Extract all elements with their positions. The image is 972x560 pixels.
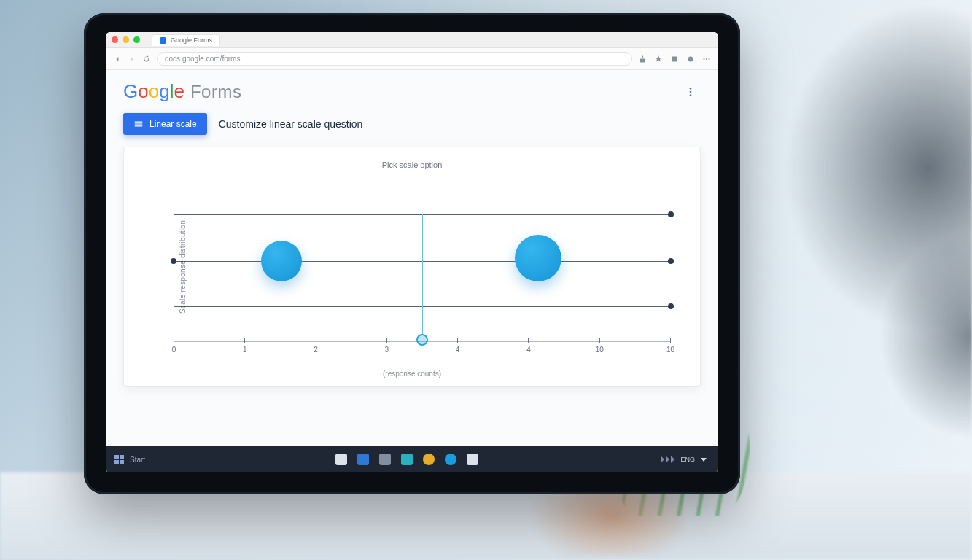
system-tray[interactable]: ENG: [661, 456, 712, 463]
chart-plot: [174, 190, 671, 335]
svg-point-7: [690, 94, 692, 96]
browser-tab[interactable]: Google Forms: [152, 34, 220, 46]
taskbar[interactable]: Start ENG: [106, 446, 718, 472]
taskbar-app-icon[interactable]: [335, 454, 347, 465]
linear-scale-button[interactable]: Linear scale: [123, 113, 207, 135]
axis-endpoint-icon: [668, 211, 674, 217]
tick: 3: [386, 338, 387, 343]
taskbar-app-icon[interactable]: [357, 454, 369, 465]
svg-point-4: [709, 58, 710, 60]
app-logo: Google Forms: [123, 80, 241, 103]
taskbar-separator: [489, 453, 489, 466]
tick-label: 4: [526, 346, 531, 354]
taskbar-app-icon[interactable]: [379, 454, 391, 465]
axis-endpoint-icon: [171, 258, 176, 264]
zoom-icon[interactable]: [133, 36, 140, 43]
svg-point-1: [688, 56, 693, 61]
logo-letter: o: [149, 80, 159, 102]
tick-label: 10: [666, 346, 674, 354]
profile-icon[interactable]: [686, 55, 695, 63]
menu-icon: [133, 119, 144, 129]
logo-letter: G: [123, 80, 138, 102]
forward-icon[interactable]: [128, 55, 136, 63]
address-bar-row: docs.google.com/forms: [106, 48, 718, 70]
more-icon[interactable]: [685, 86, 696, 98]
primary-button-label: Linear scale: [149, 119, 197, 129]
reload-icon[interactable]: [142, 55, 151, 63]
taskbar-app-icon[interactable]: [423, 454, 435, 465]
toolbar: Linear scale Customize linear scale ques…: [123, 113, 701, 135]
share-icon[interactable]: [638, 55, 647, 63]
tick: 10: [670, 338, 671, 343]
svg-point-5: [690, 88, 692, 90]
window-titlebar: Google Forms: [106, 32, 718, 48]
svg-point-2: [704, 58, 705, 60]
start-label: Start: [130, 456, 145, 464]
minimize-icon[interactable]: [123, 36, 129, 43]
tick-label: 2: [314, 346, 318, 354]
screen: Google Forms docs.google.com/forms: [106, 32, 718, 472]
svg-rect-0: [672, 56, 677, 61]
tick: 4: [528, 338, 529, 343]
start-area[interactable]: Start: [114, 455, 145, 464]
axis-endpoint-icon: [668, 303, 674, 309]
tick: 1: [244, 338, 245, 343]
tab-favicon-icon: [160, 37, 166, 44]
logo-letter: e: [174, 80, 184, 102]
tick-label: 0: [172, 346, 176, 354]
address-bar[interactable]: docs.google.com/forms: [157, 52, 632, 66]
chart-title: Pick scale option: [382, 160, 443, 169]
data-point-marker[interactable]: [515, 235, 561, 281]
window-controls[interactable]: [112, 36, 140, 43]
tick-label: 1: [243, 346, 247, 354]
taskbar-app-icon[interactable]: [445, 454, 456, 465]
tick: 2: [316, 338, 316, 343]
monitor-bezel: Google Forms docs.google.com/forms: [84, 13, 740, 494]
tick-label: 3: [385, 346, 389, 354]
taskbar-app-icon[interactable]: [401, 454, 413, 465]
tray-chevrons-icon[interactable]: [661, 456, 674, 463]
close-icon[interactable]: [112, 36, 118, 43]
tick: 0: [174, 338, 174, 343]
taskbar-app-icon[interactable]: [467, 454, 478, 465]
svg-point-6: [690, 90, 692, 93]
tick-label: 4: [456, 346, 460, 354]
svg-point-3: [706, 58, 707, 60]
start-icon: [114, 455, 124, 464]
tray-label: ENG: [680, 456, 695, 463]
logo-suffix: Forms: [190, 82, 242, 102]
section-heading: Customize linear scale question: [219, 118, 363, 130]
page-main: Google Forms Linear scale Customize line…: [106, 70, 718, 472]
back-icon[interactable]: [113, 55, 122, 63]
logo-letter: o: [138, 80, 148, 102]
logo-letter: g: [159, 80, 169, 102]
x-ticks: 0 1 2 3 4 4 10 10: [174, 338, 671, 353]
tick: 10: [599, 338, 600, 343]
tick-label: 10: [596, 346, 604, 354]
slider-track[interactable]: [422, 214, 423, 340]
data-point-marker[interactable]: [261, 241, 302, 281]
tick: 4: [457, 338, 458, 343]
overflow-icon[interactable]: [702, 55, 711, 63]
x-axis-sublabel: (response counts): [383, 370, 441, 378]
axis-endpoint-icon: [668, 258, 674, 264]
star-icon[interactable]: [654, 55, 663, 63]
address-text: docs.google.com/forms: [165, 55, 240, 63]
chevron-down-icon[interactable]: [701, 458, 707, 462]
scale-card: Pick scale option Scale response distrib…: [123, 147, 701, 387]
extensions-icon[interactable]: [670, 55, 679, 63]
tab-title: Google Forms: [171, 36, 212, 44]
